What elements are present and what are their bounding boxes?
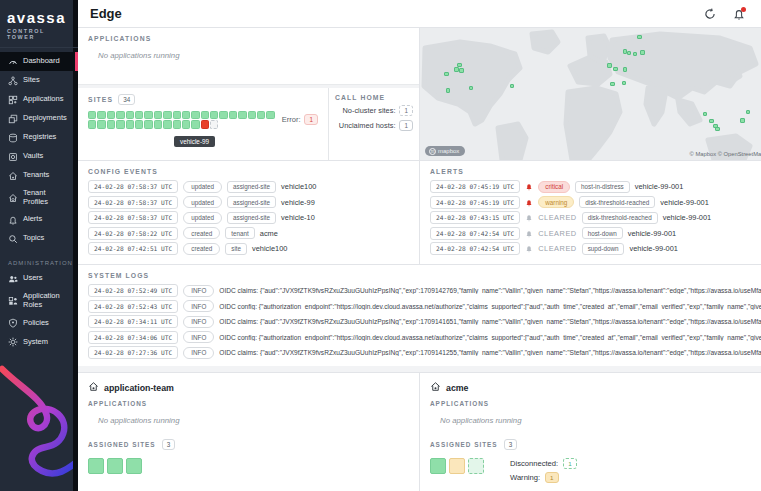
log-row[interactable]: 24-02-28 07:34:11 UTC INFO OIDC claims: … <box>88 315 761 328</box>
site-square[interactable] <box>97 111 105 119</box>
mapbox-logo[interactable]: mmapbox <box>425 146 465 156</box>
sidebar-item-tenants[interactable]: Tenants <box>0 166 78 185</box>
alert-row[interactable]: 24-02-28 07:42:54 UTC CLEARED supd-down … <box>430 242 761 255</box>
config-event-row[interactable]: 24-02-28 07:58:37 UTC updated assigned-s… <box>88 211 409 224</box>
site-square[interactable] <box>88 111 96 119</box>
site-square[interactable] <box>238 111 246 119</box>
site-square[interactable] <box>116 120 124 128</box>
sidebar-item-users[interactable]: Users <box>0 269 78 288</box>
site-square[interactable] <box>201 120 209 128</box>
refresh-icon[interactable] <box>703 7 717 21</box>
sidebar-item-applications[interactable]: Applications <box>0 90 78 109</box>
config-event-row[interactable]: 24-02-28 07:42:51 UTC created site vehic… <box>88 242 409 255</box>
site-square[interactable] <box>229 111 237 119</box>
site-square[interactable] <box>191 111 199 119</box>
site-square[interactable] <box>201 111 209 119</box>
map-site-marker[interactable] <box>740 118 745 123</box>
world-map[interactable]: × mmapbox © Mapbox © OpenStreetMap Impro… <box>420 28 761 160</box>
assigned-site-square[interactable] <box>126 458 142 474</box>
map-site-marker[interactable] <box>627 51 632 56</box>
map-site-marker[interactable] <box>607 63 612 68</box>
sidebar-item-tenant-profiles[interactable]: Tenant Profiles <box>0 185 78 210</box>
sidebar-item-vaults[interactable]: Vaults <box>0 147 78 166</box>
timestamp: 24-02-28 07:58:22 UTC <box>88 227 178 240</box>
site-square[interactable] <box>135 111 143 119</box>
map-site-marker[interactable] <box>637 35 642 40</box>
tenant-header[interactable]: application-team <box>88 381 409 394</box>
assigned-site-square[interactable] <box>449 458 465 474</box>
map-site-marker[interactable] <box>715 127 720 132</box>
map-site-marker[interactable] <box>510 84 515 89</box>
map-site-marker[interactable] <box>746 110 751 115</box>
map-site-marker[interactable] <box>613 67 618 72</box>
site-square[interactable] <box>266 111 274 119</box>
sidebar-item-deployments[interactable]: Deployments <box>0 109 78 128</box>
applications-empty-text: No applications running <box>98 51 409 60</box>
notifications-bell-icon[interactable] <box>732 7 746 21</box>
map-site-marker[interactable] <box>469 86 474 91</box>
sidebar: avassa CONTROL TOWER Dashboard Sites App… <box>0 0 78 491</box>
assigned-site-square[interactable] <box>107 458 123 474</box>
site-square[interactable] <box>107 111 115 119</box>
map-site-marker[interactable] <box>459 68 464 73</box>
site-square[interactable] <box>257 111 265 119</box>
site-square[interactable] <box>144 120 152 128</box>
site-square[interactable] <box>154 120 162 128</box>
map-site-marker[interactable] <box>633 52 638 57</box>
brand-logo[interactable]: avassa CONTROL TOWER <box>0 0 78 48</box>
log-row[interactable]: 24-02-28 07:34:06 UTC INFO OIDC config: … <box>88 331 761 344</box>
map-site-marker[interactable] <box>709 119 714 124</box>
site-square[interactable] <box>182 111 190 119</box>
map-site-marker[interactable] <box>703 112 708 117</box>
site-square[interactable] <box>88 120 96 128</box>
site-square[interactable] <box>135 120 143 128</box>
site-square[interactable] <box>182 120 190 128</box>
site-square[interactable] <box>219 111 227 119</box>
site-square[interactable] <box>154 111 162 119</box>
alert-row[interactable]: 24-02-28 07:45:19 UTC warning disk-thres… <box>430 196 761 209</box>
map-site-marker[interactable] <box>623 67 628 72</box>
log-message: OIDC claims: {"aud":"JVX9fZTK9fvsRZxuZ3u… <box>219 287 761 294</box>
site-square[interactable] <box>126 120 134 128</box>
site-square[interactable] <box>97 120 105 128</box>
site-square[interactable] <box>248 111 256 119</box>
site-square[interactable] <box>191 120 199 128</box>
map-site-marker[interactable] <box>446 88 451 93</box>
map-site-marker[interactable] <box>444 72 449 77</box>
assigned-site-square[interactable] <box>468 458 484 474</box>
map-site-marker[interactable] <box>610 82 615 87</box>
assigned-site-square[interactable] <box>88 458 104 474</box>
sidebar-item-topics[interactable]: Topics <box>0 229 78 248</box>
site-square[interactable] <box>107 120 115 128</box>
map-site-marker[interactable] <box>622 81 627 86</box>
site-square[interactable] <box>173 111 181 119</box>
sidebar-item-application-roles[interactable]: Application Roles <box>0 288 78 313</box>
sidebar-item-dashboard[interactable]: Dashboard <box>0 52 78 71</box>
map-site-marker[interactable] <box>640 50 645 55</box>
site-square[interactable] <box>163 111 171 119</box>
site-square[interactable] <box>210 120 218 128</box>
sidebar-item-policies[interactable]: Policies <box>0 314 78 333</box>
sidebar-item-registries[interactable]: Registries <box>0 128 78 147</box>
site-square[interactable] <box>144 111 152 119</box>
sidebar-item-alerts[interactable]: Alerts <box>0 210 78 229</box>
alert-row[interactable]: 24-02-28 07:42:54 UTC CLEARED host-down … <box>430 227 761 240</box>
sidebar-item-sites[interactable]: Sites <box>0 71 78 90</box>
log-row[interactable]: 24-02-28 07:52:49 UTC INFO OIDC claims: … <box>88 284 761 297</box>
config-event-row[interactable]: 24-02-28 07:58:22 UTC created tenant acm… <box>88 227 409 240</box>
site-square[interactable] <box>173 120 181 128</box>
alert-row[interactable]: 24-02-28 07:43:15 UTC CLEARED disk-thres… <box>430 211 761 224</box>
config-event-row[interactable]: 24-02-28 07:58:37 UTC updated assigned-s… <box>88 180 409 193</box>
sidebar-item-system[interactable]: System <box>0 333 78 352</box>
sidebar-item-label: System <box>23 338 48 347</box>
alert-row[interactable]: 24-02-28 07:45:19 UTC critical host-in-d… <box>430 180 761 193</box>
tenant-header[interactable]: acme <box>430 381 761 394</box>
assigned-site-square[interactable] <box>430 458 446 474</box>
config-event-row[interactable]: 24-02-28 07:58:37 UTC updated assigned-s… <box>88 196 409 209</box>
log-row[interactable]: 24-02-28 07:52:43 UTC INFO OIDC config: … <box>88 300 761 313</box>
site-square[interactable] <box>210 111 218 119</box>
site-square[interactable] <box>163 120 171 128</box>
site-square[interactable] <box>116 111 124 119</box>
log-row[interactable]: 24-02-28 07:27:36 UTC INFO OIDC claims: … <box>88 346 761 359</box>
site-square[interactable] <box>126 111 134 119</box>
